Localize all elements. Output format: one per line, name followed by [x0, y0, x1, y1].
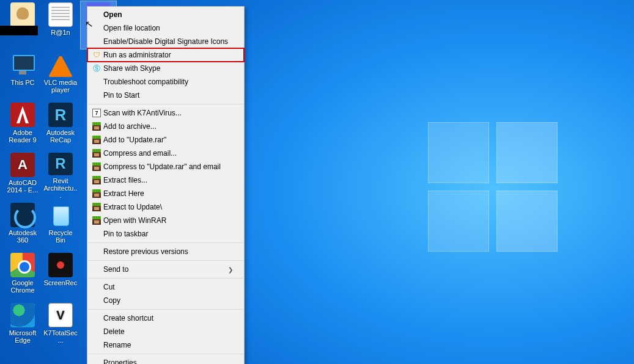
context-menu: Open Open file location Enable/Disable D… — [87, 6, 245, 364]
desktop-icon-label: Autodesk 360 — [6, 229, 40, 244]
desktop-icon-user[interactable] — [5, 1, 40, 49]
desktop-icon-adobe[interactable]: Adobe Reader 9 — [5, 101, 40, 149]
user-icon — [10, 2, 35, 27]
txt-icon — [48, 2, 73, 27]
desktop-icon-txt[interactable]: R@1n — [43, 1, 78, 49]
adobe-icon — [10, 103, 35, 127]
menu-signature-icons[interactable]: Enable/Disable Digital Signature Icons — [87, 35, 244, 48]
menu-troubleshoot[interactable]: Troubleshoot compatibility — [87, 75, 244, 89]
menu-create-shortcut[interactable]: Create shortcut — [87, 311, 244, 325]
chevron-right-icon: ❯ — [228, 266, 233, 273]
menu-open-file-location[interactable]: Open file location — [87, 21, 244, 35]
menu-share-skype[interactable]: ⓈShare with Skype — [87, 62, 244, 75]
menu-separator — [88, 104, 243, 104]
desktop-icon-label: Google Chrome — [6, 279, 40, 294]
menu-open-winrar[interactable]: Open with WinRAR — [87, 214, 244, 227]
menu-separator — [88, 278, 243, 278]
desktop-icon-label: Microsoft Edge — [6, 329, 40, 344]
desktop-icon-label: This PC — [6, 79, 40, 86]
desktop-icon-label: R@1n — [43, 29, 78, 36]
desktop-icon-recap[interactable]: RAutodesk ReCap — [43, 101, 78, 149]
desktop-icon-label: AutoCAD 2014 - E... — [6, 179, 40, 194]
desktop-icon-label: Adobe Reader 9 — [6, 129, 40, 144]
menu-k7-scan[interactable]: 7Scan with K7AntiVirus... — [87, 106, 244, 120]
k7-icon: 7 — [90, 109, 103, 117]
menu-delete[interactable]: Delete — [87, 325, 244, 338]
chrome-icon — [10, 253, 35, 277]
pc-icon — [10, 53, 35, 77]
rar-icon — [90, 149, 103, 158]
desktop-icon-edge[interactable]: Microsoft Edge — [5, 302, 40, 349]
menu-separator — [88, 354, 243, 354]
desktop-icon-a360[interactable]: Autodesk 360 — [5, 202, 40, 249]
desktop-icon-bin[interactable]: Recycle Bin — [43, 202, 78, 249]
scr-icon — [48, 253, 73, 277]
menu-extract-to[interactable]: Extract to Update\ — [87, 200, 244, 214]
vlc-icon — [48, 53, 73, 77]
rar-icon — [90, 162, 103, 171]
rar-icon — [90, 203, 103, 211]
desktop-icon-chrome[interactable]: Google Chrome — [5, 252, 40, 299]
menu-open[interactable]: Open — [87, 8, 244, 21]
desktop-icon-label: Autodesk ReCap — [43, 129, 78, 144]
edge-icon — [10, 303, 35, 327]
rar-icon — [90, 122, 103, 131]
menu-rename[interactable]: Rename — [87, 338, 244, 352]
menu-extract-files[interactable]: Extract files... — [87, 173, 244, 187]
menu-restore-versions[interactable]: Restore previous versions — [87, 245, 244, 258]
desktop-icon-scr[interactable]: ScreenRec — [43, 252, 78, 299]
desktop-icon-label: K7TotalSec... — [43, 329, 78, 344]
desktop-icon-label: Revit Architectu... — [43, 177, 78, 199]
desktop-icon-label: ScreenRec — [43, 279, 78, 286]
menu-copy[interactable]: Copy — [87, 294, 244, 307]
desktop-icon-revit[interactable]: RRevit Architectu... — [43, 151, 78, 199]
menu-compress-name-email[interactable]: Compress to "Update.rar" and email — [87, 160, 244, 173]
menu-compress-email[interactable]: Compress and email... — [87, 147, 244, 160]
menu-add-archive-name[interactable]: Add to "Update.rar" — [87, 133, 244, 147]
revit-icon: R — [48, 153, 73, 175]
desktop-icon-k7[interactable]: VK7TotalSec... — [43, 302, 78, 349]
menu-separator — [88, 242, 243, 243]
rar-icon — [90, 136, 103, 144]
menu-properties[interactable]: Properties — [87, 356, 244, 364]
recap-icon: R — [48, 103, 73, 127]
shield-icon: 🛡 — [90, 51, 103, 59]
desktop-icon-pc[interactable]: This PC — [5, 51, 40, 99]
menu-pin-taskbar[interactable]: Pin to taskbar — [87, 227, 244, 241]
k7-icon: V — [48, 303, 73, 327]
a360-icon — [10, 203, 35, 227]
menu-cut[interactable]: Cut — [87, 280, 244, 294]
menu-pin-start[interactable]: Pin to Start — [87, 89, 244, 102]
rar-icon — [90, 216, 103, 225]
desktop-icon-acad[interactable]: AAutoCAD 2014 - E... — [5, 151, 40, 199]
acad-icon: A — [10, 153, 35, 177]
menu-run-as-admin[interactable]: 🛡Run as administrator — [87, 48, 244, 62]
desktop-icon-label: Recycle Bin — [43, 229, 78, 244]
watermark-block — [0, 26, 38, 35]
menu-separator — [88, 260, 243, 261]
rar-icon — [90, 189, 103, 198]
menu-extract-here[interactable]: Extract Here — [87, 187, 244, 200]
windows-logo — [428, 122, 558, 252]
menu-add-archive[interactable]: Add to archive... — [87, 120, 244, 133]
rar-icon — [90, 176, 103, 184]
menu-send-to[interactable]: Send to❯ — [87, 263, 244, 276]
menu-separator — [88, 309, 243, 310]
desktop-icon-vlc[interactable]: VLC media player — [43, 51, 78, 99]
bin-icon — [48, 203, 73, 227]
desktop-icon-label: VLC media player — [43, 79, 78, 93]
skype-icon: Ⓢ — [90, 64, 103, 74]
